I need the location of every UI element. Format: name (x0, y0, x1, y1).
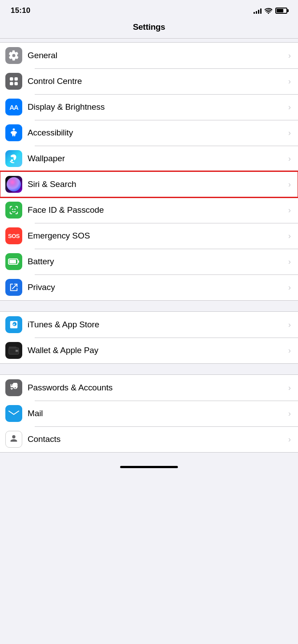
settings-item-wallet-apple-pay[interactable]: Wallet & Apple Pay › (0, 338, 298, 363)
chevron-icon: › (288, 154, 291, 163)
svg-point-4 (13, 128, 15, 131)
chevron-icon: › (288, 383, 291, 393)
settings-item-mail[interactable]: Mail › (0, 401, 298, 426)
wallet-icon (5, 342, 22, 359)
settings-item-contacts[interactable]: Contacts › (0, 426, 298, 452)
emergency-sos-icon: SOS (5, 227, 22, 244)
settings-item-battery[interactable]: Battery › (0, 249, 298, 274)
app-store-icon (5, 316, 22, 333)
privacy-label: Privacy (28, 282, 285, 292)
chevron-icon: › (288, 103, 291, 112)
chevron-icon: › (288, 320, 291, 330)
passwords-icon (5, 379, 22, 396)
settings-item-display-brightness[interactable]: AA Display & Brightness › (0, 94, 298, 120)
privacy-icon (5, 279, 22, 296)
accessibility-label: Accessibility (28, 128, 285, 138)
chevron-icon: › (288, 206, 291, 215)
svg-point-7 (14, 209, 16, 210)
battery-status-icon (275, 8, 287, 14)
display-brightness-label: Display & Brightness (28, 102, 285, 112)
svg-rect-15 (9, 410, 19, 417)
chevron-icon: › (288, 283, 291, 292)
settings-item-control-centre[interactable]: Control Centre › (0, 68, 298, 94)
svg-rect-3 (15, 82, 18, 86)
settings-item-accessibility[interactable]: Accessibility › (0, 120, 298, 146)
settings-item-wallpaper[interactable]: Wallpaper › (0, 146, 298, 171)
passwords-accounts-label: Passwords & Accounts (28, 383, 285, 393)
svg-rect-12 (9, 346, 16, 348)
svg-rect-2 (10, 82, 13, 86)
wifi-icon (265, 8, 272, 14)
home-bar (120, 466, 178, 468)
svg-rect-1 (15, 77, 18, 81)
chevron-icon: › (288, 346, 291, 355)
section-group-1: General › Control Centre › AA (0, 39, 298, 301)
wallpaper-icon (5, 150, 22, 167)
chevron-icon: › (288, 180, 291, 189)
status-bar: 15:10 (0, 0, 298, 20)
contacts-icon (5, 431, 22, 448)
svg-rect-9 (9, 260, 16, 263)
face-id-icon (5, 202, 22, 219)
settings-list-3: Passwords & Accounts › Mail › (0, 374, 298, 453)
chevron-icon: › (288, 435, 291, 444)
mail-icon (5, 405, 22, 422)
siri-icon (5, 176, 22, 193)
home-indicator (0, 453, 298, 477)
svg-point-14 (16, 350, 17, 351)
settings-item-privacy[interactable]: Privacy › (0, 274, 298, 300)
settings-item-face-id[interactable]: Face ID & Passcode › (0, 197, 298, 223)
accessibility-icon (5, 124, 22, 141)
settings-list-1: General › Control Centre › AA (0, 42, 298, 301)
settings-item-siri-search[interactable]: Siri & Search › (0, 171, 298, 197)
contacts-label: Contacts (28, 434, 285, 444)
chevron-icon: › (288, 128, 291, 138)
battery-label: Battery (28, 257, 285, 266)
svg-rect-0 (10, 77, 13, 81)
display-brightness-icon: AA (5, 99, 22, 115)
chevron-icon: › (288, 231, 291, 241)
mail-label: Mail (28, 409, 285, 418)
settings-list-2: iTunes & App Store › Wallet & Apple Pay … (0, 311, 298, 364)
wallet-apple-pay-label: Wallet & Apple Pay (28, 346, 285, 355)
control-centre-icon (5, 73, 22, 90)
chevron-icon: › (288, 51, 291, 60)
status-time: 15:10 (11, 6, 30, 15)
wallpaper-label: Wallpaper (28, 154, 285, 163)
chevron-icon: › (288, 257, 291, 266)
section-group-2: iTunes & App Store › Wallet & Apple Pay … (0, 301, 298, 364)
settings-item-emergency-sos[interactable]: SOS Emergency SOS › (0, 223, 298, 249)
siri-search-label: Siri & Search (28, 179, 285, 189)
svg-rect-10 (18, 261, 19, 263)
settings-item-itunes-app-store[interactable]: iTunes & App Store › (0, 312, 298, 338)
face-id-label: Face ID & Passcode (28, 205, 285, 215)
page-title: Settings (133, 22, 165, 32)
status-icons (254, 8, 287, 14)
chevron-icon: › (288, 409, 291, 418)
nav-bar: Settings (0, 20, 298, 39)
signal-bars-icon (254, 8, 262, 14)
gear-icon (5, 47, 22, 64)
svg-point-5 (11, 159, 13, 162)
svg-point-6 (12, 209, 13, 210)
settings-item-passwords-accounts[interactable]: Passwords & Accounts › (0, 375, 298, 401)
emergency-sos-label: Emergency SOS (28, 231, 285, 241)
battery-icon (5, 253, 22, 270)
settings-item-general[interactable]: General › (0, 43, 298, 68)
itunes-app-store-label: iTunes & App Store (28, 320, 285, 330)
section-group-3: Passwords & Accounts › Mail › (0, 364, 298, 453)
control-centre-label: Control Centre (28, 76, 285, 86)
general-label: General (28, 51, 285, 60)
chevron-icon: › (288, 77, 291, 86)
